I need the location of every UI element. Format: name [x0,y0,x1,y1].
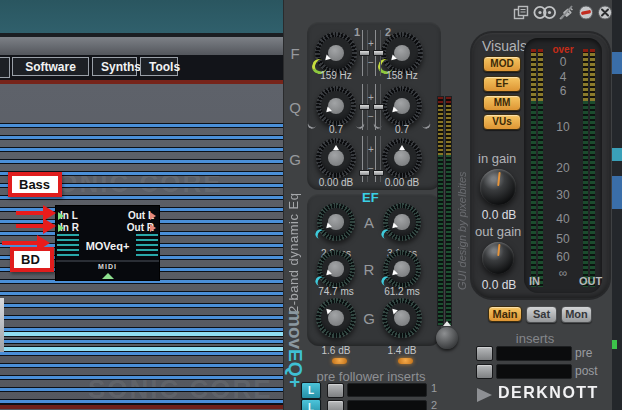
close-icon[interactable] [597,5,613,20]
row-label-g: G [287,151,303,168]
input-arrow-icon [58,212,64,220]
insert-pre-field[interactable] [496,346,572,361]
logo-part1: mov [285,310,306,349]
sat-button[interactable]: Sat [526,306,557,323]
band1-release-knob[interactable] [317,250,355,288]
insert-field-2[interactable] [347,400,427,410]
insert-post-button[interactable] [476,364,493,379]
row-label-f: F [287,45,303,62]
in-meter-l [531,49,536,287]
inserts-title: inserts [505,331,565,346]
mon-button[interactable]: Mon [561,306,592,323]
meter-scale-40: 40 [550,212,576,226]
insert-post-field[interactable] [496,364,572,379]
band2-led [398,358,413,364]
insert-pre-button[interactable] [476,346,493,361]
band1-led [332,358,347,364]
meter-scale-6: 6 [550,84,576,98]
mix-knob[interactable] [436,327,458,349]
insert-pre-label: pre [575,346,592,360]
split-slider-q[interactable]: + − [358,84,384,130]
tab-software-ios[interactable]: Software IOs [12,57,89,76]
tab-partial[interactable] [0,57,10,78]
host-background-strip [612,0,622,410]
gui-credit-vertical: GUI design by pixelbites [456,95,468,290]
plug-off-icon[interactable] [558,5,575,21]
out-gain-value: 0.0 dB [473,278,525,292]
band1-q-knob[interactable] [316,86,356,126]
split-slider-f[interactable]: + − [358,30,384,76]
follower-link-button-2[interactable]: L [301,399,321,410]
mm-button[interactable]: MM [483,95,521,111]
ef-button[interactable]: EF [483,76,521,92]
port-out-r[interactable]: Out R [127,222,154,234]
insert-number-2: 2 [431,399,437,410]
port-in-l[interactable]: In L [60,210,78,222]
out-gain-knob[interactable] [482,242,514,274]
band2-gain-knob[interactable] [382,138,422,178]
band1-efgain-knob[interactable] [316,298,356,338]
main-button[interactable]: Main [488,306,522,322]
brand-logo: DERKNOTT [498,384,599,403]
port-in-r[interactable]: In R [60,222,79,234]
scrollbar-nub[interactable] [0,298,4,352]
band2-release-knob[interactable] [383,250,421,288]
band2-efgain-value: 1.4 dB [371,345,433,356]
insert-number-1: 1 [431,382,437,394]
plugin-subtitle-vertical: 2-band dynamic Eq [286,183,301,313]
minimize-icon[interactable] [578,5,594,20]
host-canvas[interactable]: SONIC CORE SONIC CORE In L Out L In R Ou… [0,84,283,410]
meter-scale-0: 0 [550,55,576,69]
vus-button[interactable]: VUs [483,114,521,130]
band2-efgain-knob[interactable] [382,298,422,338]
host-toolbar: Software IOs Synths Tools [0,55,283,80]
midi-port-icon[interactable] [102,273,114,279]
compare-icon[interactable] [533,5,557,20]
brand-arrow-icon [477,388,492,402]
meter-scale-inf: ∞ [550,266,576,280]
in-gain-knob[interactable] [480,169,516,205]
midi-label: MIDI [56,263,159,270]
cable-fragment [612,176,622,209]
band1-gain-knob[interactable] [316,138,356,178]
host-top-bar [0,0,283,33]
band2-freq-knob[interactable] [381,32,423,74]
band2-release-value: 61.2 ms [371,286,433,297]
tab-tools[interactable]: Tools [140,57,178,76]
cable-fragment [612,52,622,74]
output-arrow-icon [150,212,156,220]
insert-field-1[interactable] [347,383,427,397]
annotation-bass: Bass [8,172,62,197]
ef-meter-right [445,96,452,326]
cable-fragment [612,340,617,349]
row-label-release: R [361,261,377,278]
port-out-l[interactable]: Out L [128,210,154,222]
cable-fragment [612,148,622,161]
out-meter-l [583,49,588,287]
insert-slot-button-1[interactable] [327,383,344,398]
in-gain-value: 0.0 dB [473,208,525,222]
moveq-module-box[interactable]: In L Out L In R Out R MOVeq+ MIDI [55,205,160,281]
band1-release-value: 74.7 ms [305,286,367,297]
mod-button[interactable]: MOD [483,56,521,72]
band2-q-knob[interactable] [382,86,422,126]
insert-slot-button-2[interactable] [327,400,344,410]
band1-freq-knob[interactable] [315,32,357,74]
meter-scale-50: 50 [550,232,576,246]
follower-link-button-1[interactable]: L [301,382,321,399]
tab-synths[interactable]: Synths [92,57,137,76]
in-gain-label: in gain [478,151,516,166]
band1-attack-knob[interactable] [317,203,355,241]
row-label-attack: A [361,214,377,231]
copy-icon[interactable] [513,5,530,20]
meter-scale-10: 10 [550,120,576,134]
output-arrow-icon [150,224,156,232]
meter-in-label: IN [529,275,540,287]
meter-scale-20: 20 [550,161,576,175]
split-slider-g[interactable]: + − [358,136,384,182]
module-title: MOVeq+ [56,240,159,252]
out-meter-r [590,49,595,287]
input-arrow-icon [58,224,64,232]
band2-attack-knob[interactable] [383,203,421,241]
meter-scale-4: 4 [550,70,576,84]
